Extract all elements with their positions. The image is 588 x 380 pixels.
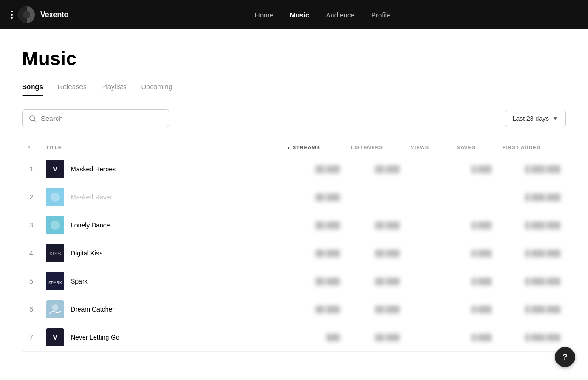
row-listeners: ██,███ bbox=[345, 267, 405, 295]
row-listeners bbox=[345, 183, 405, 211]
row-saves: █,███ bbox=[451, 155, 497, 183]
tab-songs[interactable]: Songs bbox=[22, 83, 43, 96]
svg-text:V: V bbox=[53, 334, 57, 341]
row-number: 1 bbox=[22, 155, 40, 183]
nav-profile[interactable]: Profile bbox=[371, 11, 391, 19]
search-box bbox=[22, 109, 169, 127]
search-icon bbox=[29, 115, 36, 122]
row-number: 6 bbox=[22, 295, 40, 323]
brand-name: Vexento bbox=[40, 11, 68, 19]
song-name: Masked Heroes bbox=[71, 165, 116, 173]
header-left: Vexento bbox=[11, 6, 68, 23]
help-button[interactable]: ? bbox=[555, 347, 575, 367]
tab-releases[interactable]: Releases bbox=[58, 83, 87, 96]
row-streams: ██,███ bbox=[281, 267, 345, 295]
song-thumbnail: V bbox=[46, 328, 64, 346]
controls-row: Last 28 days ▼ bbox=[22, 109, 566, 127]
row-first-added: █,███,███ bbox=[497, 183, 566, 211]
song-name: Never Letting Go bbox=[71, 334, 119, 341]
svg-point-7 bbox=[51, 221, 60, 230]
nav-home[interactable]: Home bbox=[255, 11, 273, 19]
col-header-streams[interactable]: ▼STREAMS bbox=[281, 140, 345, 155]
svg-text:KISS: KISS bbox=[49, 251, 61, 256]
song-name: Dream Catcher bbox=[71, 306, 114, 313]
table-row[interactable]: 4 KISS Digital Kiss ██,███ ██,███ — █,██… bbox=[22, 239, 566, 267]
table-row[interactable]: 6 Dream Catcher ██,███ ██,███ — █,███ █,… bbox=[22, 295, 566, 323]
header: Vexento Home Music Audience Profile bbox=[0, 0, 588, 29]
table-row[interactable]: 7 V Never Letting Go ███ ██,███ — █,███ … bbox=[22, 323, 566, 352]
col-header-listeners[interactable]: LISTENERS bbox=[345, 140, 405, 155]
menu-icon[interactable] bbox=[11, 11, 13, 19]
svg-text:SPARK: SPARK bbox=[48, 280, 62, 285]
row-number: 3 bbox=[22, 211, 40, 239]
row-saves bbox=[451, 183, 497, 211]
col-header-title: TITLE bbox=[40, 140, 281, 155]
col-header-num: # bbox=[22, 140, 40, 155]
song-name: Masked Raver bbox=[71, 193, 112, 201]
row-first-added: █,███,███ bbox=[497, 323, 566, 352]
brand-logo bbox=[18, 6, 35, 23]
tab-playlists[interactable]: Playlists bbox=[101, 83, 126, 96]
table-row[interactable]: 1 V Masked Heroes ██,███ ██,███ — █,███ … bbox=[22, 155, 566, 183]
table-header-row: # TITLE ▼STREAMS LISTENERS VIEWS SAVES F… bbox=[22, 140, 566, 155]
svg-text:V: V bbox=[53, 165, 57, 173]
row-title-cell: Masked Raver bbox=[40, 183, 281, 211]
row-first-added: █,███,███ bbox=[497, 155, 566, 183]
row-first-added: █,███,███ bbox=[497, 239, 566, 267]
row-views: — bbox=[405, 211, 451, 239]
row-saves: █,███ bbox=[451, 239, 497, 267]
row-views: — bbox=[405, 295, 451, 323]
row-streams: ██,███ bbox=[281, 239, 345, 267]
col-header-saves[interactable]: SAVES bbox=[451, 140, 497, 155]
table-row[interactable]: 2 Masked Raver ██,███ — █,███,███ bbox=[22, 183, 566, 211]
row-title-cell: SPARK Spark bbox=[40, 267, 281, 295]
song-thumbnail bbox=[46, 216, 64, 234]
song-thumbnail bbox=[46, 188, 64, 206]
row-listeners: ██,███ bbox=[345, 155, 405, 183]
col-header-first-added[interactable]: FIRST ADDED bbox=[497, 140, 566, 155]
row-streams: ██,███ bbox=[281, 183, 345, 211]
row-streams: ███ bbox=[281, 323, 345, 352]
row-title-cell: Dream Catcher bbox=[40, 295, 281, 323]
row-views: — bbox=[405, 155, 451, 183]
date-filter-dropdown[interactable]: Last 28 days ▼ bbox=[505, 110, 566, 127]
row-number: 7 bbox=[22, 323, 40, 352]
row-saves: █,███ bbox=[451, 295, 497, 323]
nav-music[interactable]: Music bbox=[290, 11, 310, 19]
row-listeners: ██,███ bbox=[345, 323, 405, 352]
svg-line-1 bbox=[34, 120, 35, 121]
row-saves: █,███ bbox=[451, 267, 497, 295]
row-streams: ██,███ bbox=[281, 211, 345, 239]
song-thumbnail bbox=[46, 300, 64, 318]
row-listeners: ██,███ bbox=[345, 211, 405, 239]
song-name: Spark bbox=[71, 278, 88, 285]
row-streams: ██,███ bbox=[281, 155, 345, 183]
table-row[interactable]: 3 Lonely Dance ██,███ ██,███ — █,███ █,█… bbox=[22, 211, 566, 239]
date-filter-label: Last 28 days bbox=[513, 115, 549, 122]
row-number: 5 bbox=[22, 267, 40, 295]
main-nav: Home Music Audience Profile bbox=[255, 11, 391, 19]
nav-audience[interactable]: Audience bbox=[326, 11, 355, 19]
song-thumbnail: SPARK bbox=[46, 272, 64, 290]
row-title-cell: Lonely Dance bbox=[40, 211, 281, 239]
song-name: Digital Kiss bbox=[71, 250, 102, 257]
row-title-cell: V Masked Heroes bbox=[40, 155, 281, 183]
svg-point-5 bbox=[51, 193, 60, 202]
song-thumbnail: V bbox=[46, 160, 64, 178]
row-views: — bbox=[405, 267, 451, 295]
row-title-cell: KISS Digital Kiss bbox=[40, 239, 281, 267]
row-views: — bbox=[405, 239, 451, 267]
row-title-cell: V Never Letting Go bbox=[40, 323, 281, 352]
songs-table: # TITLE ▼STREAMS LISTENERS VIEWS SAVES F… bbox=[22, 140, 566, 352]
row-number: 2 bbox=[22, 183, 40, 211]
main-content: Music Songs Releases Playlists Upcoming … bbox=[0, 29, 588, 370]
tab-upcoming[interactable]: Upcoming bbox=[141, 83, 172, 96]
row-first-added: █,███,███ bbox=[497, 211, 566, 239]
row-first-added: █,███,███ bbox=[497, 295, 566, 323]
row-streams: ██,███ bbox=[281, 295, 345, 323]
row-views: — bbox=[405, 323, 451, 352]
search-input[interactable] bbox=[41, 114, 162, 122]
col-header-views[interactable]: VIEWS bbox=[405, 140, 451, 155]
table-row[interactable]: 5 SPARK Spark ██,███ ██,███ — █,███ █,██… bbox=[22, 267, 566, 295]
sort-arrow-icon: ▼ bbox=[287, 146, 291, 150]
